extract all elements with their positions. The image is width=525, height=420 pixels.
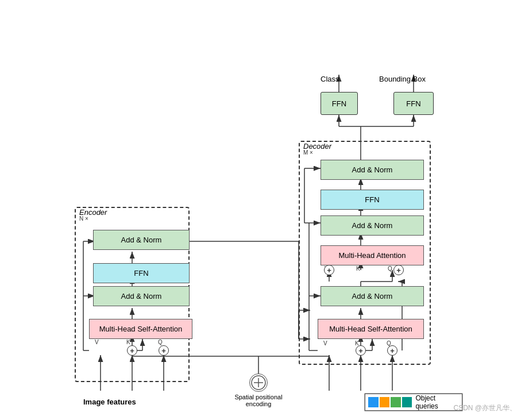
watermark: CSDN @亦世凡华、 xyxy=(453,403,516,413)
dec-add-norm-3: Add & Norm xyxy=(321,160,424,180)
legend-blue xyxy=(368,397,379,407)
enc-plus-circle-1: + xyxy=(127,345,137,356)
spatial-label: Spatial positional encoding xyxy=(233,394,284,407)
dec-plus-circle-2: + xyxy=(387,345,397,356)
legend-green xyxy=(391,397,401,407)
dec-mha-plus-q: + xyxy=(393,265,404,275)
dec-mha-q-label: Q xyxy=(388,265,392,272)
legend-container: Object queries xyxy=(365,394,462,411)
dec-add-norm-2: Add & Norm xyxy=(321,215,424,236)
nx-label: N × xyxy=(79,215,88,222)
mx-label: M × xyxy=(303,149,313,156)
dec-plus-circle-1: + xyxy=(356,345,366,356)
enc-plus-circle-2: + xyxy=(159,345,169,356)
diagram-container: Encoder N × Decoder M × Add & Norm FFN A… xyxy=(0,0,525,420)
dec-mhsa: Multi-Head Self-Attention xyxy=(318,319,424,339)
dec-mha: Multi-Head Attention xyxy=(321,245,424,265)
legend-orange xyxy=(380,397,390,407)
spatial-circle xyxy=(249,373,268,392)
enc-add-norm-2: Add & Norm xyxy=(93,230,190,250)
class-label: Class xyxy=(321,75,339,83)
ffn-class: FFN xyxy=(321,92,358,115)
enc-add-norm-1: Add & Norm xyxy=(93,286,190,306)
dec-mha-k-label: K xyxy=(356,265,360,272)
image-features-label: Image features xyxy=(83,398,136,406)
dec-mha-plus-v: + xyxy=(324,265,334,275)
legend-teal xyxy=(402,397,412,407)
dec-mhsa-v-label: V xyxy=(323,340,327,346)
enc-ffn: FFN xyxy=(93,263,190,283)
object-queries-label: Object queries xyxy=(415,394,459,410)
enc-v-label: V xyxy=(95,339,99,345)
enc-k-label: K xyxy=(126,339,130,345)
enc-q-label: Q xyxy=(158,339,163,345)
dec-add-norm-1: Add & Norm xyxy=(321,286,424,306)
bbox-label: Bounding Box xyxy=(379,75,426,83)
enc-mhsa: Multi-Head Self-Attention xyxy=(89,319,192,339)
dec-ffn: FFN xyxy=(321,190,424,210)
ffn-bbox: FFN xyxy=(393,92,434,115)
